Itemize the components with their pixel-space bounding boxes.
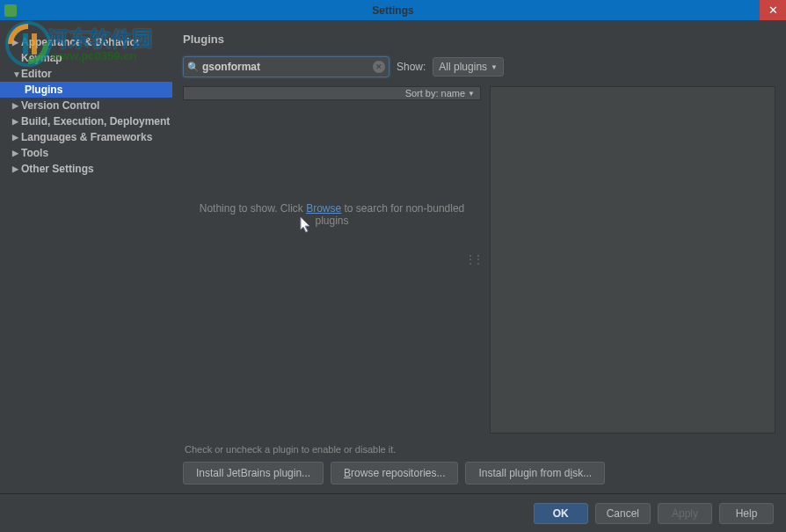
empty-text-prefix: Nothing to show. Click: [200, 202, 306, 215]
sidebar-item-version-control[interactable]: ▶Version Control: [0, 98, 172, 113]
settings-window: Settings ✕ 河东软件园 www.pc0359.cn ▶Appearan…: [0, 0, 786, 532]
app-icon: [4, 4, 17, 17]
sidebar-item-label: Plugins: [25, 84, 62, 96]
close-button[interactable]: ✕: [760, 0, 786, 20]
sidebar-item-build[interactable]: ▶Build, Execution, Deployment: [0, 113, 172, 129]
button-label: OK: [553, 507, 569, 520]
plugin-list-panel: Sort by: name ▼ Nothing to show. Click B…: [183, 86, 481, 434]
plugin-detail-panel: [490, 86, 775, 434]
install-jetbrains-button[interactable]: Install JetBrains plugin...: [183, 462, 324, 485]
close-icon: ✕: [375, 62, 382, 71]
button-label-tail: sk...: [572, 467, 592, 479]
settings-sidebar: ▶Appearance & Behavior Keymap ▼Editor Pl…: [0, 20, 172, 493]
sidebar-item-tools[interactable]: ▶Tools: [0, 145, 172, 161]
action-buttons-row: Install JetBrains plugin... Browse repos…: [183, 462, 775, 485]
show-filter-dropdown[interactable]: All plugins ▼: [433, 57, 504, 77]
chevron-right-icon: ▶: [12, 38, 21, 47]
apply-button[interactable]: Apply: [658, 503, 712, 524]
button-label: Apply: [672, 507, 698, 520]
sidebar-item-label: Build, Execution, Deployment: [21, 115, 170, 128]
button-label: Help: [736, 507, 758, 520]
sidebar-item-label: Keymap: [21, 52, 62, 64]
install-from-disk-button[interactable]: Install plugin from disk...: [465, 462, 605, 485]
search-input[interactable]: [202, 61, 373, 73]
sidebar-item-plugins[interactable]: Plugins: [0, 82, 172, 98]
button-mnemonic: B: [344, 467, 351, 479]
titlebar: Settings ✕: [0, 0, 786, 20]
cancel-button[interactable]: Cancel: [595, 503, 651, 524]
chevron-right-icon: ▶: [12, 133, 21, 142]
resize-grip[interactable]: ⋮⋮: [465, 253, 481, 266]
sidebar-item-label: Languages & Frameworks: [21, 131, 152, 143]
sort-value: name: [441, 88, 466, 98]
button-label: rowse repositories...: [351, 467, 445, 479]
sort-bar[interactable]: Sort by: name ▼: [183, 86, 481, 100]
empty-message: Nothing to show. Click Browse to search …: [183, 202, 481, 227]
sidebar-item-other-settings[interactable]: ▶Other Settings: [0, 161, 172, 177]
ok-button[interactable]: OK: [534, 503, 588, 524]
chevron-down-icon: ▼: [12, 69, 21, 79]
sidebar-item-keymap[interactable]: Keymap: [0, 50, 172, 66]
search-box[interactable]: 🔍 ✕: [183, 56, 389, 77]
sidebar-item-label: Tools: [21, 147, 48, 159]
sidebar-item-label: Appearance & Behavior: [21, 36, 140, 48]
lists-row: Sort by: name ▼ Nothing to show. Click B…: [183, 86, 775, 434]
dropdown-value: All plugins: [439, 61, 487, 73]
search-icon: 🔍: [187, 62, 200, 73]
sidebar-item-label: Editor: [21, 68, 52, 80]
chevron-down-icon: ▼: [491, 63, 498, 71]
sidebar-item-label: Version Control: [21, 99, 99, 112]
sidebar-item-appearance[interactable]: ▶Appearance & Behavior: [0, 34, 172, 50]
sidebar-item-languages[interactable]: ▶Languages & Frameworks: [0, 129, 172, 145]
chevron-right-icon: ▶: [12, 101, 21, 110]
page-title: Plugins: [183, 33, 775, 46]
button-label: Install JetBrains plugin...: [196, 467, 310, 479]
button-label: Install plugin from d: [478, 467, 570, 479]
browse-link[interactable]: Browse: [306, 202, 341, 215]
sidebar-item-label: Other Settings: [21, 163, 94, 175]
close-icon: ✕: [768, 4, 778, 17]
clear-search-button[interactable]: ✕: [373, 61, 385, 73]
chevron-right-icon: ▶: [12, 149, 21, 157]
chevron-right-icon: ▶: [12, 164, 21, 173]
dialog-footer: OK Cancel Apply Help: [0, 493, 786, 532]
sidebar-item-editor[interactable]: ▼Editor: [0, 66, 172, 82]
sort-label: Sort by:: [405, 88, 439, 98]
button-label: Cancel: [607, 507, 639, 520]
help-button[interactable]: Help: [719, 503, 774, 524]
browse-repositories-button[interactable]: Browse repositories...: [331, 462, 458, 485]
search-row: 🔍 ✕ Show: All plugins ▼: [183, 56, 775, 77]
hint-text: Check or uncheck a plugin to enable or d…: [185, 444, 775, 455]
chevron-down-icon: ▼: [468, 90, 475, 98]
content-panel: Plugins 🔍 ✕ Show: All plugins ▼ Sort by:: [172, 20, 786, 493]
body-area: ▶Appearance & Behavior Keymap ▼Editor Pl…: [0, 20, 786, 493]
show-label: Show:: [397, 61, 426, 73]
window-title: Settings: [372, 4, 413, 17]
chevron-right-icon: ▶: [12, 117, 21, 126]
